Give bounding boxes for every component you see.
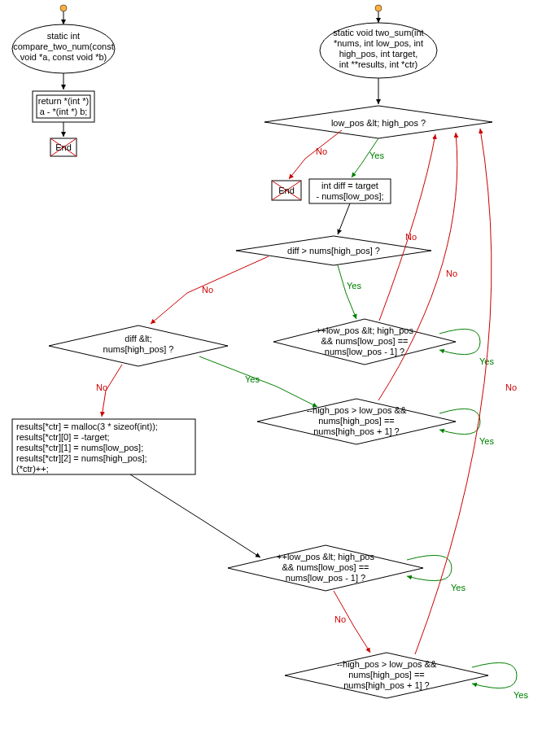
label-no-4: No — [96, 382, 107, 392]
loop-dec-high-a-line3: nums[high_pos + 1] ? — [313, 426, 400, 436]
return-box-line1: return *(int *) — [38, 96, 89, 106]
loop-inc-low-a-line2: && nums[low_pos] == — [321, 336, 408, 346]
start-two-sum-line2: *nums, int low_pos, int — [334, 38, 423, 48]
edge-dec-high-a-no — [378, 133, 457, 400]
start-two-sum-line3: high_pos, int target, — [339, 49, 418, 59]
end-node-left: End — [50, 138, 76, 156]
edge-dec-high-b-no — [415, 129, 492, 654]
loop-inc-low-a-line3: nums[low_pos - 1] ? — [325, 347, 404, 356]
start-dot-right — [375, 5, 382, 11]
loop-dec-high-b-line2: nums[high_pos] == — [348, 670, 425, 680]
label-no-5: No — [446, 269, 457, 278]
end-node-right: End — [272, 181, 301, 200]
label-no-7: No — [505, 382, 517, 392]
cond-main-text: low_pos &lt; high_pos ? — [331, 118, 426, 128]
loop-dec-high-b-line3: nums[high_pos + 1] ? — [343, 680, 430, 690]
results-line2: results[*ctr][0] = -target; — [16, 432, 110, 442]
label-no-3: No — [405, 232, 417, 242]
label-yes-6: Yes — [451, 583, 466, 592]
label-no-6: No — [334, 614, 346, 624]
results-line4: results[*ctr][2] = nums[high_pos]; — [16, 453, 147, 463]
start-two-sum-line4: int **results, int *ctr) — [339, 59, 418, 69]
loop-dec-high-a-line2: nums[high_pos] == — [318, 416, 395, 426]
calc-diff-line2: - nums[low_pos]; — [316, 191, 383, 201]
loop-dec-high-a-line1: --high_pos > low_pos && — [307, 405, 407, 415]
calc-diff-line1: int diff = target — [321, 181, 378, 190]
svg-text:End: End — [278, 186, 295, 195]
svg-line-13 — [338, 203, 350, 234]
svg-text:End: End — [55, 142, 72, 152]
start-node-compare-line1: static int — [47, 31, 80, 41]
loop-inc-low-b-line2: && nums[low_pos] == — [282, 562, 369, 572]
label-yes-1: Yes — [369, 151, 384, 160]
cond-diff-gt-text: diff > nums[high_pos] ? — [287, 246, 380, 256]
edge-diff-gt-yes — [338, 265, 356, 319]
results-line5: (*ctr)++; — [16, 464, 49, 474]
edge-inc-low-a-no — [379, 134, 435, 321]
label-no-1: No — [316, 146, 327, 156]
loop-dec-high-b-line1: --high_pos > low_pos && — [337, 659, 437, 669]
label-yes-4: Yes — [245, 374, 260, 384]
start-node-compare-line2: compare_two_num(const — [13, 42, 114, 51]
start-node-compare-line3: void *a, const void *b) — [20, 52, 107, 62]
loop-inc-low-b-line1: ++low_pos &lt; high_pos — [277, 552, 374, 562]
results-line1: results[*ctr] = malloc(3 * sizeof(int)); — [16, 422, 158, 431]
return-box-line2: a - *(int *) b; — [40, 107, 88, 116]
flowchart-canvas: static int compare_two_num(const void *a… — [0, 0, 542, 756]
cond-diff-lt-line2: nums[high_pos] ? — [103, 344, 174, 354]
start-dot-left — [60, 5, 67, 11]
label-no-2: No — [202, 285, 213, 295]
label-yes-7: Yes — [514, 690, 528, 700]
label-yes-5: Yes — [479, 436, 494, 446]
start-two-sum-line1: static void two_sum(int — [333, 28, 423, 37]
loop-inc-low-b-line3: nums[low_pos - 1] ? — [286, 573, 365, 583]
results-line3: results[*ctr][1] = nums[low_pos]; — [16, 443, 143, 452]
edge-results-to-inc-low-b — [130, 474, 260, 557]
loop-inc-low-a-line1: ++low_pos &lt; high_pos — [316, 326, 413, 335]
label-yes-2: Yes — [347, 281, 361, 291]
cond-diff-lt-line1: diff &lt; — [125, 334, 151, 343]
